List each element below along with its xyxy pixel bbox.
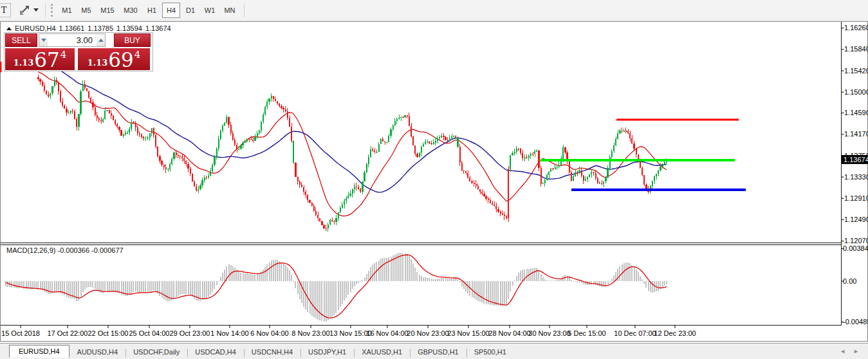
tf-button-m15[interactable]: M15 <box>97 3 118 18</box>
svg-text:23 Nov 15:00: 23 Nov 15:00 <box>447 329 489 337</box>
tab-usdjpy-h1[interactable]: USDJPY,H1 <box>300 346 354 358</box>
tf-button-m1[interactable]: M1 <box>58 3 76 18</box>
svg-text:16 Nov 04:00: 16 Nov 04:00 <box>366 329 408 337</box>
triangle-down-icon <box>41 39 46 42</box>
svg-text:1 Nov 14:00: 1 Nov 14:00 <box>210 329 248 337</box>
ask-price-prefix: 1.13 <box>88 58 108 68</box>
svg-text:6 Nov 04:00: 6 Nov 04:00 <box>250 329 288 337</box>
svg-text:1.16260: 1.16260 <box>844 24 868 32</box>
tf-button-mn[interactable]: MN <box>220 3 239 18</box>
svg-text:28 Nov 04:00: 28 Nov 04:00 <box>488 329 530 337</box>
bid-price-pipette: 4 <box>60 49 67 60</box>
volume-decrease-button[interactable] <box>39 33 48 47</box>
toolbar-separator <box>45 3 46 17</box>
chart-symbol-period: EURUSD,H4 <box>15 24 56 32</box>
bid-price-big: 67 <box>34 50 59 69</box>
svg-text:0.00: 0.00 <box>843 277 856 285</box>
volume-input[interactable] <box>48 33 97 47</box>
volume-increase-button[interactable] <box>97 33 106 47</box>
svg-text:15 Oct 2018: 15 Oct 2018 <box>1 329 40 337</box>
tab-usdcnh-h4[interactable]: USDCNH,H4 <box>244 346 300 358</box>
tab-scroll-right-icon[interactable]: ► <box>853 347 859 355</box>
svg-text:1.13330: 1.13330 <box>844 173 868 181</box>
svg-text:29 Oct 23:00: 29 Oct 23:00 <box>170 329 210 337</box>
chevron-down-icon <box>33 8 39 12</box>
tf-button-h1[interactable]: H1 <box>143 3 161 18</box>
svg-text:1.12070: 1.12070 <box>844 237 868 244</box>
text-tool-icon[interactable]: T <box>0 3 11 17</box>
tab-audusd-h4[interactable]: AUDUSD,H4 <box>69 346 126 358</box>
svg-text:1.12910: 1.12910 <box>844 194 868 202</box>
chart-open-value: 1.13661 <box>59 24 85 32</box>
svg-text:1.14170: 1.14170 <box>844 130 868 138</box>
tab-usdcad-h4[interactable]: USDCAD,H4 <box>187 346 244 358</box>
chart-close-value: 1.13674 <box>145 24 171 32</box>
sell-button[interactable]: SELL <box>5 33 37 47</box>
svg-text:12 Dec 23:00: 12 Dec 23:00 <box>654 329 696 337</box>
toolbar-grip-handle[interactable] <box>51 4 55 17</box>
toolbar-separator <box>244 3 245 17</box>
tab-eurusd-h4[interactable]: EURUSD,H4 <box>9 345 69 358</box>
current-price-value: 1.13674 <box>844 156 868 163</box>
svg-text:8 Nov 23:00: 8 Nov 23:00 <box>291 329 329 337</box>
svg-text:13 Nov 15:00: 13 Nov 15:00 <box>329 329 371 337</box>
chart-tab-bar: EURUSD,H4 AUDUSD,H4 USDCHF,Daily USDCAD,… <box>0 343 868 359</box>
ask-price-big: 69 <box>108 50 133 69</box>
tab-xauusd-h1[interactable]: XAUUSD,H1 <box>354 346 410 358</box>
svg-text:30 Nov 23:00: 30 Nov 23:00 <box>528 329 570 337</box>
svg-text:0.003847: 0.003847 <box>843 244 868 252</box>
svg-text:17 Oct 22:00: 17 Oct 22:00 <box>48 329 88 337</box>
tf-button-m30[interactable]: M30 <box>120 3 142 18</box>
svg-text:1.12490: 1.12490 <box>844 216 868 223</box>
tf-button-m5[interactable]: M5 <box>77 3 95 18</box>
top-toolbar: T M1 M5 M15 M30 H1 H4 D1 W1 MN <box>0 0 868 21</box>
ask-price-panel[interactable]: 1.13 69 4 <box>78 48 150 70</box>
svg-text:10 Dec 07:00: 10 Dec 07:00 <box>614 329 656 337</box>
tab-scroll-left-icon[interactable]: ◄ <box>840 347 845 355</box>
svg-text:1.15420: 1.15420 <box>844 67 868 75</box>
svg-text:1.15000: 1.15000 <box>844 88 868 96</box>
one-click-trading-panel: SELL BUY 1.13 67 4 1.13 69 4 <box>4 32 153 71</box>
ask-price-pipette: 4 <box>134 49 141 60</box>
svg-text:-0.004856: -0.004856 <box>843 318 868 326</box>
svg-text:20 Nov 23:00: 20 Nov 23:00 <box>407 329 448 337</box>
cycle-lines-tool[interactable] <box>19 5 39 15</box>
tf-button-h4[interactable]: H4 <box>162 3 180 18</box>
svg-text:25 Oct 04:00: 25 Oct 04:00 <box>129 329 170 337</box>
chart-low-value: 1.13594 <box>116 24 142 32</box>
chart-high-value: 1.13785 <box>88 24 113 32</box>
bid-price-prefix: 1.13 <box>14 58 34 68</box>
triangle-up-icon <box>6 27 12 30</box>
svg-text:1.14590: 1.14590 <box>844 109 868 116</box>
tab-sp500-h1[interactable]: SP500,H1 <box>466 346 514 358</box>
svg-text:1.15840: 1.15840 <box>844 45 868 53</box>
buy-button[interactable]: BUY <box>114 33 151 47</box>
diagonal-arrows-icon <box>19 5 30 15</box>
svg-text:5 Dec 15:00: 5 Dec 15:00 <box>568 329 605 337</box>
macd-indicator-label: MACD(12,26,9) -0.000366 -0.000677 <box>6 246 124 254</box>
chart-ohlc-header: EURUSD,H4 1.13661 1.13785 1.13594 1.1367… <box>6 24 174 32</box>
mt4-window: { "toolbar": { "text_tool": "T", "timefr… <box>0 0 868 359</box>
bid-price-panel[interactable]: 1.13 67 4 <box>5 48 75 70</box>
tab-usdchf-daily[interactable]: USDCHF,Daily <box>125 346 187 358</box>
triangle-up-icon <box>98 39 104 42</box>
tf-button-d1[interactable]: D1 <box>181 3 199 18</box>
tab-gbpusd-h1[interactable]: GBPUSD,H1 <box>410 346 466 358</box>
partial-candle <box>0 62 2 73</box>
tf-button-w1[interactable]: W1 <box>201 3 219 18</box>
svg-text:22 Oct 15:00: 22 Oct 15:00 <box>88 329 129 337</box>
